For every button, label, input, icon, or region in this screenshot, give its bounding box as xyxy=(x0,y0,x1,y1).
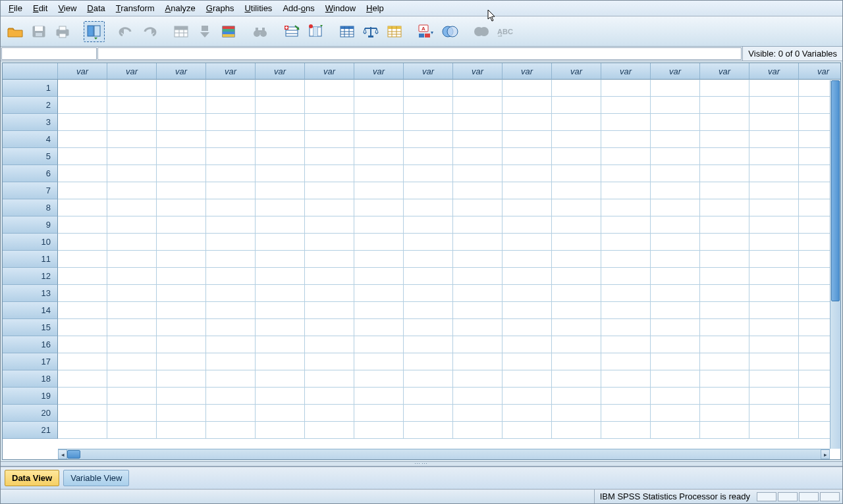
cell[interactable] xyxy=(305,353,354,370)
grid-corner[interactable] xyxy=(3,63,58,80)
cell[interactable] xyxy=(157,251,206,268)
row-header[interactable]: 3 xyxy=(3,114,58,131)
cell[interactable] xyxy=(157,405,206,422)
menu-analyze[interactable]: Analyze xyxy=(160,2,201,14)
cell[interactable] xyxy=(700,131,749,148)
cell[interactable] xyxy=(503,216,552,234)
cell[interactable] xyxy=(503,80,552,97)
cell[interactable] xyxy=(453,353,503,370)
cell[interactable] xyxy=(256,353,305,370)
cell[interactable] xyxy=(404,251,453,268)
cell[interactable] xyxy=(552,319,601,336)
cell[interactable] xyxy=(749,422,799,439)
cell[interactable] xyxy=(404,131,453,148)
cell[interactable] xyxy=(58,319,107,336)
cell[interactable] xyxy=(58,388,107,405)
cell[interactable] xyxy=(601,302,651,319)
cell[interactable] xyxy=(404,199,453,216)
cell[interactable] xyxy=(404,114,453,131)
cell[interactable] xyxy=(503,370,552,388)
cell[interactable] xyxy=(107,97,157,114)
cell[interactable] xyxy=(601,251,651,268)
cell[interactable] xyxy=(256,285,305,302)
cell[interactable] xyxy=(749,80,799,97)
cell[interactable] xyxy=(206,182,256,199)
cell[interactable] xyxy=(107,216,157,234)
cell[interactable] xyxy=(700,370,749,388)
row-header[interactable]: 11 xyxy=(3,251,58,268)
row-header[interactable]: 19 xyxy=(3,388,58,405)
column-header[interactable]: var xyxy=(552,63,601,80)
cell[interactable] xyxy=(157,302,206,319)
cell[interactable] xyxy=(107,114,157,131)
cell[interactable] xyxy=(58,182,107,199)
variables-icon[interactable] xyxy=(218,21,239,42)
cell[interactable] xyxy=(58,370,107,388)
cell[interactable] xyxy=(453,165,503,182)
cell[interactable] xyxy=(256,148,305,165)
cell[interactable] xyxy=(256,80,305,97)
cell[interactable] xyxy=(354,251,404,268)
cell[interactable] xyxy=(552,405,601,422)
cell[interactable] xyxy=(305,268,354,285)
menu-data[interactable]: Data xyxy=(82,2,110,14)
cell[interactable] xyxy=(157,148,206,165)
menu-help[interactable]: Help xyxy=(361,2,389,14)
cell[interactable] xyxy=(354,370,404,388)
cell[interactable] xyxy=(552,251,601,268)
cell[interactable] xyxy=(601,131,651,148)
cell[interactable] xyxy=(503,131,552,148)
cell[interactable] xyxy=(157,114,206,131)
cell[interactable] xyxy=(503,234,552,251)
cell[interactable] xyxy=(700,388,749,405)
value-labels-icon[interactable]: A xyxy=(416,21,437,42)
cell[interactable] xyxy=(107,319,157,336)
tab-variable-view[interactable]: Variable View xyxy=(63,470,129,486)
cell[interactable] xyxy=(552,370,601,388)
cell[interactable] xyxy=(453,148,503,165)
cell[interactable] xyxy=(651,319,700,336)
cell[interactable] xyxy=(107,80,157,97)
cell[interactable] xyxy=(305,336,354,353)
cell[interactable] xyxy=(107,422,157,439)
cell[interactable] xyxy=(354,234,404,251)
cell[interactable] xyxy=(206,336,256,353)
cell[interactable] xyxy=(305,216,354,234)
cell[interactable] xyxy=(305,165,354,182)
cell[interactable] xyxy=(651,165,700,182)
cell[interactable] xyxy=(305,370,354,388)
cell[interactable] xyxy=(453,131,503,148)
cell[interactable] xyxy=(157,182,206,199)
cell[interactable] xyxy=(58,268,107,285)
cell[interactable] xyxy=(453,370,503,388)
cell[interactable] xyxy=(651,148,700,165)
cell[interactable] xyxy=(700,268,749,285)
cell[interactable] xyxy=(256,302,305,319)
cell[interactable] xyxy=(453,80,503,97)
cell[interactable] xyxy=(157,370,206,388)
split-file-icon[interactable] xyxy=(337,21,358,42)
cell[interactable] xyxy=(206,148,256,165)
cell[interactable] xyxy=(107,131,157,148)
cell[interactable] xyxy=(404,80,453,97)
column-header[interactable]: var xyxy=(453,63,503,80)
cell[interactable] xyxy=(157,131,206,148)
cell[interactable] xyxy=(651,97,700,114)
cell[interactable] xyxy=(256,268,305,285)
cell[interactable] xyxy=(700,216,749,234)
cell[interactable] xyxy=(404,285,453,302)
cell[interactable] xyxy=(256,319,305,336)
cell[interactable] xyxy=(354,216,404,234)
cell[interactable] xyxy=(404,353,453,370)
cell[interactable] xyxy=(601,353,651,370)
cell[interactable] xyxy=(503,319,552,336)
cell[interactable] xyxy=(651,131,700,148)
cell[interactable] xyxy=(503,199,552,216)
cell[interactable] xyxy=(552,131,601,148)
cell[interactable] xyxy=(749,319,799,336)
cell[interactable] xyxy=(453,199,503,216)
cell[interactable] xyxy=(503,405,552,422)
weight-cases-icon[interactable] xyxy=(360,21,381,42)
cell[interactable] xyxy=(552,80,601,97)
column-header[interactable]: var xyxy=(206,63,256,80)
